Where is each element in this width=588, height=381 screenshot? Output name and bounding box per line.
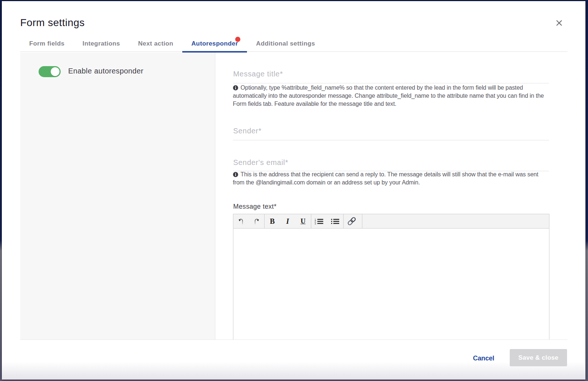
svg-text:3: 3: [315, 222, 316, 224]
